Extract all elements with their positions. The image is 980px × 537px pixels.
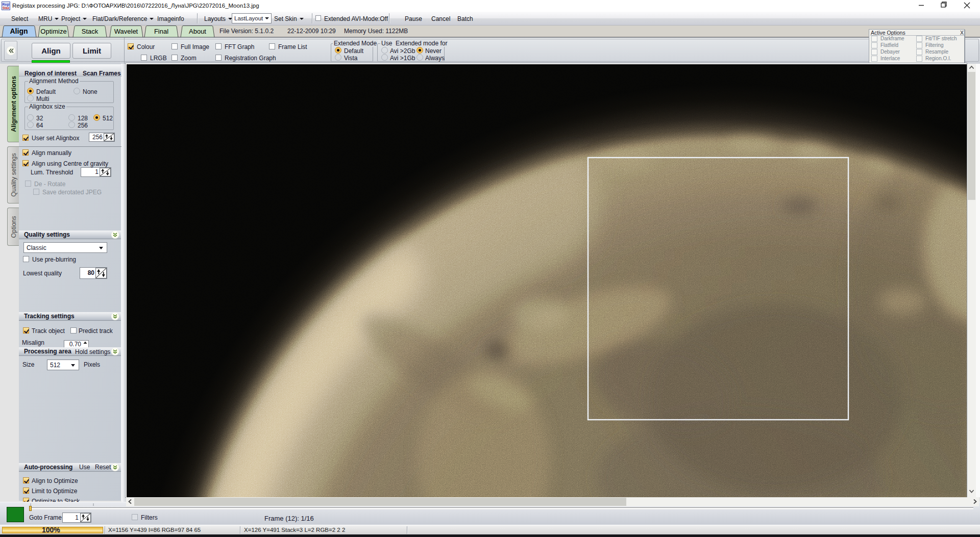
svg-text:Wavelet: Wavelet: [114, 28, 138, 35]
svg-text:Align: Align: [10, 27, 28, 35]
svg-text:About: About: [189, 28, 206, 35]
svg-text:Optimize: Optimize: [40, 28, 66, 35]
svg-text:Final: Final: [154, 28, 168, 35]
svg-text:Stax: Stax: [3, 6, 10, 10]
svg-text:Stack: Stack: [82, 28, 99, 35]
